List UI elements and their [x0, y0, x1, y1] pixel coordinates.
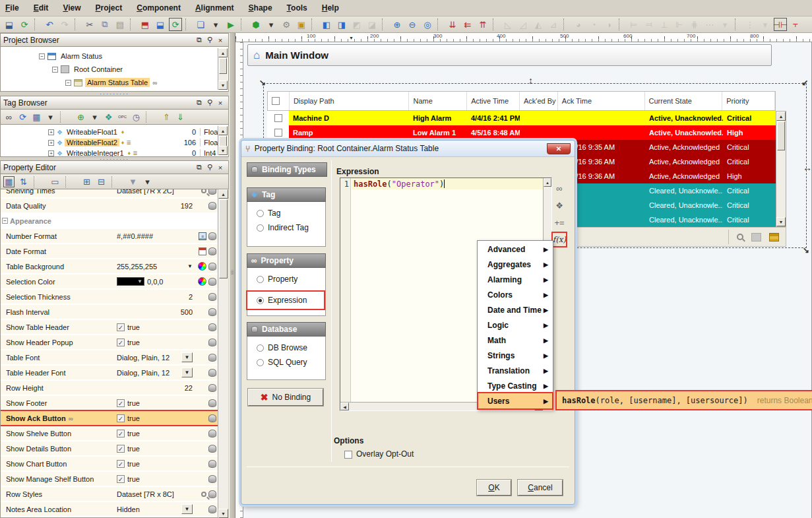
checkbox-icon[interactable]: ✓ [117, 414, 125, 422]
pin-icon[interactable]: ⚲ [204, 36, 215, 44]
property-row[interactable]: − Show Shelve Button∞ ✓ ▼ true ▼ ▼ ≡ [1, 426, 218, 440]
property-row[interactable]: − Show Table Header∞ ✓ ▼ true ▼ ▼ ≡ [1, 320, 218, 334]
scroll-down-icon[interactable]: ▼ [218, 509, 228, 518]
property-row[interactable]: − Appearance∞ ✓ ▼ ▼ ▼ ≡ [1, 214, 218, 228]
shelf-icon[interactable] [769, 233, 779, 242]
property-row[interactable]: − Shelving Times∞ ✓ ▼ Dataset [7R x 2C] … [1, 189, 218, 197]
binding-icon[interactable] [208, 399, 216, 407]
tag-toolbar-icon[interactable]: ⊕ [75, 112, 86, 123]
color-swatch[interactable]: ▼ [117, 277, 144, 286]
tag-toolbar-icon[interactable]: ▦ [31, 112, 42, 123]
toolbar-icon[interactable]: ⋕ [688, 18, 701, 31]
alarm-row[interactable]: Ramp Low Alarm 1 4/5/16 8:48 AM Active, … [267, 125, 786, 140]
dropdown-arrow-icon[interactable]: ▼ [187, 263, 193, 269]
tag-browser-scrollbar[interactable]: ▲ ▼ [218, 126, 228, 155]
toolbar-icon[interactable]: ↷ [58, 18, 71, 31]
property-toolbar-icon[interactable]: ⇅ [18, 176, 29, 187]
toolbar-icon[interactable]: ◭ [532, 18, 545, 31]
property-value[interactable]: #,##0.#### [117, 232, 193, 240]
checkbox-icon[interactable]: ✓ [117, 399, 125, 407]
resize-handle-e[interactable]: ↔ [803, 162, 812, 173]
tree-node-label[interactable]: Root Container [72, 65, 125, 74]
toolbar-icon[interactable]: ⋮ [743, 18, 757, 31]
tag-toolbar-icon[interactable]: ▾ [89, 112, 100, 123]
toolbar-icon[interactable]: ⇊ [446, 18, 459, 31]
menubar-item[interactable]: Edit [34, 3, 49, 13]
binding-icon[interactable] [208, 339, 216, 346]
toolbar-icon[interactable]: ⊥ [658, 18, 671, 31]
property-row[interactable]: − Show Chart Button∞ ✓ ▼ true ▼ ▼ ≡ [1, 457, 218, 470]
toolbar-icon[interactable]: ↶ [43, 18, 56, 31]
property-row[interactable]: − Show Ack Button∞ ✓ ▼ true ▼ ▼ ≡ [1, 411, 218, 425]
project-tree-item[interactable]: − Alarm Status ∞ [39, 49, 228, 63]
checkbox-icon[interactable] [344, 451, 352, 459]
property-value[interactable]: Dataset [7R x 8C] [117, 490, 193, 498]
scroll-down-icon[interactable]: ▼ [218, 81, 228, 90]
header-checkbox[interactable] [272, 97, 280, 105]
property-row[interactable]: − Show Manage Shelf Button∞ ✓ ▼ true ▼ ▼… [1, 472, 218, 486]
binding-icon[interactable] [208, 263, 216, 271]
property-toolbar-icon[interactable]: ▭ [49, 176, 61, 187]
alarm-row-checkbox-cell[interactable] [267, 125, 289, 140]
binding-icon[interactable] [208, 189, 216, 195]
checkbox-icon[interactable]: ✓ [117, 339, 125, 346]
tree-expander-icon[interactable]: + [48, 150, 54, 156]
alarm-row[interactable]: Machine D High Alarm 4/4/16 2:41 PM Acti… [267, 111, 786, 125]
property-value[interactable]: 22 [117, 384, 193, 392]
toolbar-icon[interactable]: ▾ [209, 18, 222, 31]
menubar-item[interactable]: Alignment [195, 3, 234, 13]
scroll-up-icon[interactable]: ▲ [218, 189, 228, 199]
toolbar-icon[interactable]: ✂ [83, 18, 96, 31]
project-tree-item[interactable]: − Root Container ∞ [52, 63, 228, 76]
expression-code-line[interactable]: hasRole("Operator") [352, 178, 543, 189]
toolbar-icon[interactable]: ❏ [194, 18, 207, 31]
toolbar-icon[interactable] [75, 18, 80, 30]
alarm-column-header[interactable] [268, 92, 290, 110]
dropdown-button[interactable]: ▼ [181, 368, 193, 377]
toolbar-icon[interactable]: ▾ [718, 18, 732, 31]
toolbar-icon[interactable]: ◑ [602, 18, 615, 31]
property-value[interactable]: 255,255,255 [117, 263, 185, 271]
property-value[interactable]: 500 [117, 308, 193, 316]
toolbar-icon[interactable]: ⟳ [18, 18, 31, 31]
toolbar-icon[interactable] [311, 18, 317, 30]
toolbar-icon[interactable]: ⇈ [476, 18, 489, 31]
tag-name[interactable]: WriteableFloat1 [65, 128, 119, 136]
property-row[interactable]: − Show Header Popup∞ ✓ ▼ true ▼ ▼ ≡ [1, 335, 218, 349]
toolbar-icon[interactable]: ⬓ [3, 18, 16, 31]
toolbar-icon[interactable]: ▣ [295, 18, 308, 31]
binding-icon[interactable] [208, 490, 216, 498]
color-wheel-icon[interactable] [198, 262, 206, 271]
function-menu-item[interactable]: Math▶ [478, 333, 552, 348]
property-value[interactable]: true [127, 399, 193, 407]
toolbar-icon[interactable] [563, 18, 569, 30]
magnifier-icon[interactable] [737, 234, 743, 240]
expression-tool-button[interactable]: f(x) [553, 233, 566, 246]
property-row[interactable]: − Number Format∞ ✓ ▼ #,##0.#### ▼ ▼ ≡ [1, 229, 218, 243]
checkbox-icon[interactable]: ✓ [117, 460, 125, 468]
dataset-viewer-icon[interactable] [201, 492, 206, 497]
radio-db-browse[interactable]: DB Browse [247, 340, 325, 355]
binding-icon[interactable] [208, 247, 216, 255]
resize-handle-nw[interactable]: ↘ [259, 78, 266, 87]
property-value[interactable]: 0,0,0 [147, 278, 193, 286]
project-browser-scrollbar[interactable]: ▲ ▼ [218, 48, 228, 90]
checkbox-icon[interactable]: ✓ [117, 475, 125, 483]
tag-toolbar-icon[interactable]: ▾ [45, 112, 56, 123]
property-value[interactable]: Hidden [117, 505, 179, 513]
binding-icon[interactable] [208, 430, 216, 437]
binding-icon[interactable] [208, 354, 216, 362]
scroll-up-icon[interactable]: ▲ [218, 48, 228, 57]
property-row[interactable]: − Date Format∞ ✓ ▼ ▼ ▼ ≡ [1, 244, 218, 258]
toolbar-icon[interactable]: ◔ [587, 18, 600, 31]
float-icon[interactable]: ⧉ [194, 36, 204, 44]
property-value[interactable]: true [127, 475, 193, 483]
property-value[interactable]: true [127, 460, 193, 468]
tag-toolbar-icon[interactable]: OPC [117, 112, 128, 123]
alarm-column-header[interactable]: Active Time [467, 92, 520, 110]
menubar-item[interactable]: File [5, 3, 19, 13]
alarm-table-scrollbar[interactable]: ▲ ▼ [776, 111, 786, 227]
binding-icon[interactable] [208, 369, 216, 377]
menubar-item[interactable]: View [63, 3, 80, 13]
toolbar-icon[interactable]: ⬢ [249, 18, 263, 31]
